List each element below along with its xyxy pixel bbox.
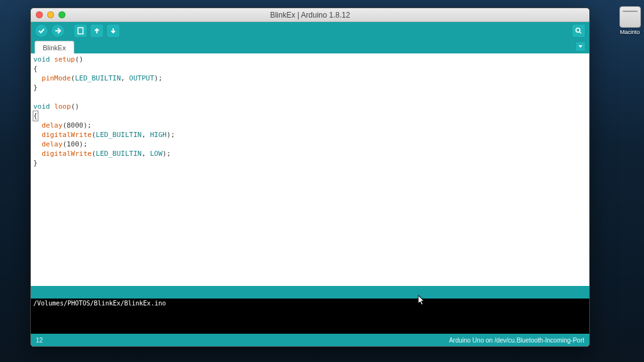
code-token: }	[33, 84, 38, 92]
tab-bar: BlinkEx	[31, 40, 589, 53]
open-sketch-button[interactable]	[90, 24, 104, 38]
verify-button[interactable]	[35, 24, 48, 38]
code-token: void	[33, 102, 54, 111]
console-output[interactable]: /Volumes/PHOTOS/BlinkEx/BlinkEx.ino	[31, 299, 589, 334]
code-token: ()	[71, 102, 79, 111]
svg-point-1	[576, 28, 580, 32]
code-token: ()	[75, 55, 83, 63]
window-title: BlinkEx | Arduino 1.8.12	[31, 11, 589, 19]
code-token: delay	[42, 121, 62, 129]
code-token: setup	[54, 55, 75, 63]
code-token: OUTPUT	[129, 74, 154, 82]
tab-blinkex[interactable]: BlinkEx	[35, 41, 74, 53]
close-button[interactable]	[36, 11, 43, 18]
upload-button[interactable]	[51, 24, 65, 38]
footer-bar: 12 Arduino Uno on /dev/cu.Bluetooth-Inco…	[31, 334, 589, 346]
code-token: ,	[142, 150, 150, 158]
status-strip	[31, 286, 589, 299]
code-token: {	[33, 65, 38, 73]
footer-line-number: 12	[36, 337, 43, 344]
hdd-label: Macinto	[616, 29, 644, 35]
zoom-button[interactable]	[58, 11, 65, 18]
code-token: LOW	[150, 150, 162, 158]
arduino-ide-window: BlinkEx | Arduino 1.8.12 BlinkEx void se…	[30, 8, 590, 347]
hdd-icon	[619, 6, 641, 28]
code-token: (100);	[62, 140, 87, 148]
code-token: LED_BUILTIN	[96, 150, 142, 158]
svg-rect-0	[78, 28, 83, 34]
minimize-button[interactable]	[47, 11, 54, 18]
code-token: digitalWrite	[42, 131, 91, 139]
code-token: }	[33, 159, 38, 167]
code-token: );	[167, 131, 175, 139]
code-token: digitalWrite	[42, 150, 91, 158]
code-token: LED_BUILTIN	[75, 74, 121, 82]
code-token	[33, 131, 42, 139]
footer-board-port: Arduino Uno on /dev/cu.Bluetooth-Incomin…	[449, 337, 584, 344]
code-token: LED_BUILTIN	[96, 131, 142, 139]
code-token: void	[33, 55, 54, 63]
code-editor[interactable]: void setup() { pinMode(LED_BUILTIN, OUTP…	[31, 53, 589, 286]
code-token	[33, 150, 42, 158]
code-token: );	[154, 74, 162, 82]
code-token: HIGH	[150, 131, 167, 139]
code-token: loop	[54, 102, 71, 111]
desktop-hdd-icon[interactable]: Macinto	[616, 6, 644, 35]
console-line: /Volumes/PHOTOS/BlinkEx/BlinkEx.ino	[33, 300, 166, 307]
code-token: );	[162, 150, 170, 158]
code-token	[33, 140, 42, 148]
toolbar	[31, 22, 589, 40]
tab-menu-button[interactable]	[575, 41, 586, 52]
code-token: pinMode	[42, 74, 70, 82]
save-sketch-button[interactable]	[106, 24, 120, 38]
code-token: (8000);	[62, 121, 91, 129]
code-token: ,	[142, 131, 150, 139]
code-token: delay	[42, 140, 62, 148]
window-controls	[36, 11, 65, 18]
serial-monitor-button[interactable]	[572, 24, 586, 38]
new-sketch-button[interactable]	[74, 24, 87, 38]
code-token	[33, 74, 42, 82]
code-token: ,	[121, 74, 129, 82]
titlebar[interactable]: BlinkEx | Arduino 1.8.12	[31, 8, 589, 22]
code-token	[33, 121, 42, 129]
caret-location: {	[33, 111, 38, 121]
